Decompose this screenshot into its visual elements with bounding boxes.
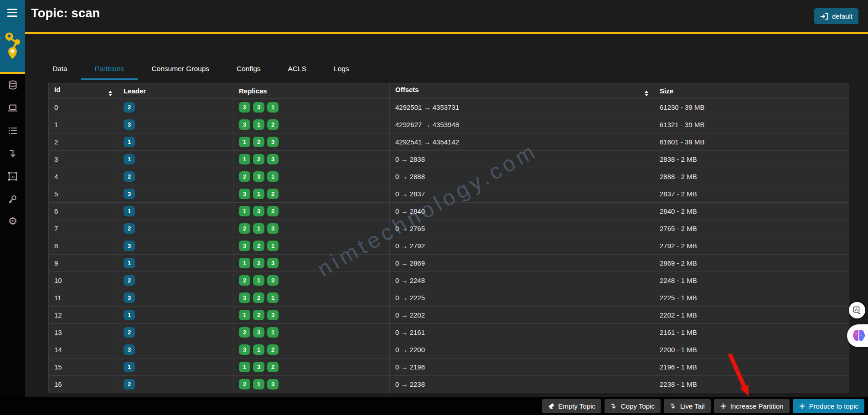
replica-badge: 1 bbox=[239, 362, 250, 372]
cell-id: 12 bbox=[49, 307, 118, 324]
sidebar-item-nodes[interactable] bbox=[7, 102, 19, 114]
replica-badge: 1 bbox=[267, 102, 279, 113]
leader-badge: 2 bbox=[124, 171, 135, 182]
empty-topic-button[interactable]: Empty Topic bbox=[542, 399, 601, 413]
cell-replicas: 231 bbox=[233, 168, 390, 185]
replica-badge: 3 bbox=[253, 171, 264, 182]
replica-badge: 2 bbox=[267, 362, 279, 372]
replica-badge: 3 bbox=[267, 258, 279, 268]
cell-id: 0 bbox=[49, 99, 118, 116]
sidebar-item-topics[interactable] bbox=[7, 79, 19, 91]
cell-offsets: 0 → 2840 bbox=[390, 203, 654, 220]
cell-id: 16 bbox=[49, 376, 118, 393]
leader-badge: 2 bbox=[124, 327, 135, 338]
cell-size: 61601 - 39 MB bbox=[654, 133, 849, 151]
sidebar-item-consumer-groups[interactable] bbox=[7, 125, 19, 137]
leader-badge: 1 bbox=[124, 154, 135, 164]
partition-row: 1133210 → 22252225 - 1 MB bbox=[49, 289, 849, 307]
cell-leader: 2 bbox=[118, 272, 233, 289]
partition-row: 833210 → 27922792 - 2 MB bbox=[49, 237, 849, 255]
column-label: Leader bbox=[124, 87, 146, 95]
replica-badge: 1 bbox=[239, 258, 250, 268]
cell-size: 2202 - 1 MB bbox=[654, 307, 849, 324]
partition-row: 311230 → 28382838 - 2 MB bbox=[49, 151, 849, 168]
tab-consumer-groups[interactable]: Consumer Groups bbox=[138, 58, 223, 80]
replica-badge: 2 bbox=[239, 327, 250, 338]
translate-icon: A bbox=[852, 306, 862, 315]
column-header-leader: Leader bbox=[118, 83, 233, 99]
cell-replicas: 312 bbox=[233, 185, 390, 203]
tab-partitions[interactable]: Partitions bbox=[81, 58, 138, 80]
cell-offsets: 0 → 2837 bbox=[390, 185, 654, 203]
ai-assistant-float-button[interactable] bbox=[847, 324, 868, 347]
column-header-id[interactable]: Id bbox=[49, 83, 118, 99]
leader-badge: 1 bbox=[124, 310, 135, 320]
cell-offsets: 4292501 → 4353731 bbox=[390, 99, 654, 116]
sign-in-icon bbox=[820, 13, 828, 20]
plus-icon bbox=[799, 403, 806, 410]
leader-badge: 3 bbox=[124, 292, 135, 303]
replica-badge: 3 bbox=[239, 344, 250, 355]
column-label: Id bbox=[54, 86, 60, 93]
cell-replicas: 132 bbox=[233, 203, 390, 220]
column-header-size: Size bbox=[654, 83, 849, 99]
sidebar-item-schema-registry[interactable] bbox=[7, 170, 19, 182]
button-label: Increase Partition bbox=[730, 402, 784, 410]
cell-leader: 2 bbox=[118, 168, 233, 185]
laptop-icon bbox=[7, 102, 18, 113]
sidebar-item-acls[interactable] bbox=[7, 193, 19, 205]
live-tail-button[interactable]: Live Tail bbox=[664, 399, 711, 413]
gear-icon: ⚙ bbox=[8, 216, 18, 226]
partition-row: 1022130 → 22482248 - 1 MB bbox=[49, 272, 849, 289]
partition-row: 133124292627 → 435394861321 - 39 MB bbox=[49, 116, 849, 133]
cell-leader: 3 bbox=[118, 185, 233, 203]
leader-badge: 3 bbox=[124, 241, 135, 251]
sidebar: ⚙ bbox=[0, 0, 25, 415]
cell-id: 1 bbox=[49, 116, 118, 133]
cell-size: 2248 - 1 MB bbox=[654, 272, 849, 289]
column-label: Replicas bbox=[239, 87, 267, 95]
tab-acls[interactable]: ACLS bbox=[274, 58, 320, 80]
column-label: Offsets bbox=[395, 86, 419, 93]
cell-replicas: 231 bbox=[233, 324, 390, 341]
partition-row: 1433120 → 22002200 - 1 MB bbox=[49, 341, 849, 359]
cell-replicas: 123 bbox=[233, 255, 390, 272]
cell-leader: 1 bbox=[118, 133, 233, 151]
cell-size: 2238 - 1 MB bbox=[654, 376, 849, 393]
leader-badge: 2 bbox=[124, 102, 135, 113]
column-header-offsets[interactable]: Offsets bbox=[390, 83, 654, 99]
menu-toggle-icon[interactable] bbox=[7, 9, 17, 19]
cell-id: 5 bbox=[49, 185, 118, 203]
cluster-selector-button[interactable]: default bbox=[814, 8, 858, 24]
partition-row: 611320 → 28402840 - 2 MB bbox=[49, 203, 849, 220]
leader-badge: 1 bbox=[124, 362, 135, 372]
tab-logs[interactable]: Logs bbox=[320, 58, 363, 80]
replica-badge: 2 bbox=[253, 310, 264, 320]
produce-to-topic-button[interactable]: Produce to topic bbox=[793, 399, 864, 413]
tab-data[interactable]: Data bbox=[39, 58, 81, 80]
cell-id: 9 bbox=[49, 255, 118, 272]
leader-badge: 3 bbox=[124, 189, 135, 199]
akhq-logo[interactable] bbox=[3, 30, 22, 60]
replica-badge: 2 bbox=[253, 292, 264, 303]
cell-size: 2225 - 1 MB bbox=[654, 289, 849, 307]
replica-badge: 1 bbox=[239, 206, 250, 216]
translate-float-button[interactable]: A bbox=[849, 302, 865, 318]
tab-configs[interactable]: Configs bbox=[223, 58, 274, 80]
sidebar-item-settings[interactable]: ⚙ bbox=[7, 215, 19, 227]
cell-leader: 1 bbox=[118, 307, 233, 324]
copy-topic-button[interactable]: Copy Topic bbox=[604, 399, 661, 413]
partition-row: 1211230 → 22022202 - 1 MB bbox=[49, 307, 849, 324]
replica-badge: 1 bbox=[253, 223, 264, 234]
topic-tabs: DataPartitionsConsumer GroupsConfigsACLS… bbox=[39, 58, 363, 80]
cell-leader: 1 bbox=[118, 255, 233, 272]
replica-badge: 2 bbox=[253, 258, 264, 268]
cell-size: 2765 - 2 MB bbox=[654, 220, 849, 237]
cell-id: 11 bbox=[49, 289, 118, 307]
sidebar-item-connects[interactable] bbox=[7, 148, 19, 159]
leader-badge: 1 bbox=[124, 206, 135, 216]
cell-replicas: 321 bbox=[233, 289, 390, 307]
cell-replicas: 213 bbox=[233, 272, 390, 289]
increase-partition-button[interactable]: Increase Partition bbox=[714, 399, 790, 413]
cell-offsets: 0 → 2869 bbox=[390, 255, 654, 272]
